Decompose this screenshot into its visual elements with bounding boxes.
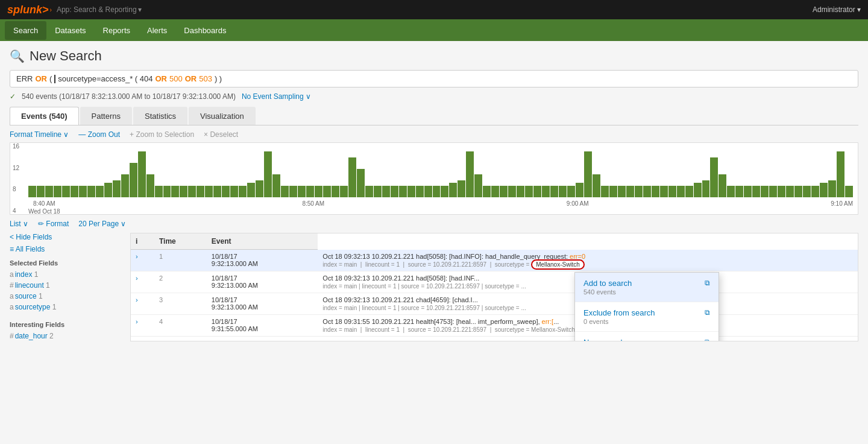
chart-bar — [272, 174, 280, 197]
status-text: 540 events (10/18/17 8:32:13.000 AM to 1… — [22, 92, 236, 101]
format-btn[interactable]: ✏ Format — [38, 220, 69, 228]
sampling-dropdown[interactable]: No Event Sampling ∨ — [242, 92, 311, 101]
expand-arrow[interactable]: › — [136, 296, 138, 303]
zoom-out-btn[interactable]: — Zoom Out — [78, 130, 120, 139]
menu-item-sub: 540 events — [583, 288, 705, 296]
expand-btn[interactable]: › — [131, 271, 154, 293]
sourcetype-value[interactable]: Mellanox-Switch — [531, 259, 585, 270]
chart-bar — [155, 186, 163, 197]
chart-bar — [382, 186, 390, 197]
nav-item-dashboards[interactable]: Dashboards — [175, 21, 234, 40]
zoom-selection-btn[interactable]: + Zoom to Selection — [130, 130, 194, 139]
context-menu-item-0[interactable]: Add to search 540 events ⧉ — [575, 273, 719, 302]
xaxis-label-3: 9:00 AM — [567, 200, 589, 215]
chart-bar — [803, 186, 811, 197]
chart-bar — [374, 186, 382, 197]
field-name[interactable]: source — [15, 292, 37, 300]
splunk-logo: splunk> — [7, 4, 49, 16]
field-count: 1 — [39, 292, 43, 300]
results-table: i Time Event ›110/18/179:32:13.000 AMOct… — [130, 233, 858, 341]
expand-arrow[interactable]: › — [136, 318, 138, 325]
chart-bar — [264, 151, 272, 197]
field-name[interactable]: sourcetype — [15, 303, 51, 311]
table-row: ›410/18/179:31:55.000 AMOct 18 09:31:55 … — [131, 314, 858, 336]
interesting-fields-title: Interesting Fields — [10, 321, 125, 328]
err-highlight: err=0 — [570, 253, 585, 260]
timeline-chart[interactable]: 16 12 8 4 8:40 AMWed Oct 182017 8:50 AM … — [10, 142, 858, 215]
chart-bar — [643, 186, 651, 197]
context-menu-item-2[interactable]: New search ⧉ — [575, 332, 719, 341]
per-page-dropdown[interactable]: 20 Per Page ∨ — [78, 220, 126, 228]
nav-item-reports[interactable]: Reports — [95, 21, 139, 40]
tab-visualization[interactable]: Visualization — [189, 107, 256, 125]
chart-bar — [54, 186, 61, 197]
field-type: a — [10, 292, 14, 300]
chart-bar — [500, 186, 508, 197]
field-name[interactable]: index — [15, 270, 33, 279]
chart-bar — [424, 186, 432, 197]
page-title: New Search — [30, 48, 102, 64]
expand-btn[interactable]: › — [131, 314, 154, 336]
chart-bar — [786, 186, 794, 197]
col-event: Event — [207, 233, 318, 250]
chart-bar — [188, 186, 196, 197]
hide-fields-btn[interactable]: < Hide Fields — [10, 233, 125, 241]
sidebar-field-source[interactable]: asource 1 — [10, 291, 125, 302]
tab-patterns[interactable]: Patterns — [80, 107, 132, 125]
chart-bar — [197, 186, 204, 197]
external-link-icon[interactable]: ⧉ — [705, 279, 710, 287]
chart-bar — [794, 186, 802, 197]
chart-bar — [79, 186, 87, 197]
nav-item-search[interactable]: Search — [5, 21, 46, 40]
chart-bar — [837, 151, 844, 197]
field-name[interactable]: linecount — [15, 281, 44, 290]
field-type: a — [10, 270, 14, 279]
chart-bar — [820, 183, 828, 197]
app-chevron[interactable]: ▾ — [138, 5, 142, 14]
field-count: 1 — [46, 281, 50, 290]
tab-statistics[interactable]: Statistics — [133, 107, 187, 125]
nav-item-alerts[interactable]: Alerts — [139, 21, 175, 40]
chart-bar — [752, 186, 760, 197]
query-token-503: 503 — [199, 74, 212, 83]
row-number: 4 — [154, 314, 207, 336]
context-menu-item-1[interactable]: Exclude from search 0 events ⧉ — [575, 302, 719, 332]
chart-bar — [677, 186, 685, 197]
chart-bar — [256, 180, 263, 198]
tab-events[interactable]: Events (540) — [10, 107, 79, 125]
query-token-or2: OR — [155, 74, 167, 83]
admin-menu[interactable]: Administrator ▾ — [813, 5, 861, 14]
event-meta: index = main | linecount = 1 | source = … — [322, 261, 853, 268]
chart-bar — [685, 186, 693, 197]
sidebar: < Hide Fields ≡ All Fields Selected Fiel… — [10, 233, 130, 341]
list-dropdown[interactable]: List ∨ — [10, 220, 28, 228]
expand-btn[interactable]: › — [131, 250, 154, 271]
table-row: ›310/18/179:32:13.000 AMOct 18 09:32:13 … — [131, 293, 858, 314]
menu-item-label: New search — [583, 338, 705, 341]
chart-bar — [525, 186, 533, 197]
time-cell: 10/18/179:32:13.000 AM — [207, 250, 318, 271]
field-name[interactable]: date_hour — [15, 332, 48, 340]
external-link-icon[interactable]: ⧉ — [705, 308, 710, 317]
sidebar-interesting-field-date_hour[interactable]: #date_hour 2 — [10, 331, 125, 341]
deselect-btn[interactable]: × Deselect — [204, 130, 238, 139]
chart-bar — [635, 186, 643, 197]
chart-bar — [618, 186, 626, 197]
row-num-label: 1 — [159, 253, 163, 260]
external-link-icon[interactable]: ⧉ — [705, 338, 710, 341]
logo-chevron[interactable]: › — [50, 7, 52, 13]
chart-bar — [458, 180, 465, 198]
search-input-box[interactable]: ERR OR ( sourcetype=access_* ( 404 OR 50… — [10, 70, 858, 87]
format-timeline-btn[interactable]: Format Timeline ∨ — [10, 130, 69, 139]
expand-arrow[interactable]: › — [136, 274, 138, 282]
nav-item-datasets[interactable]: Datasets — [46, 21, 94, 40]
selected-fields-list: aindex 1#linecount 1asource 1asourcetype… — [10, 269, 125, 312]
sidebar-field-linecount[interactable]: #linecount 1 — [10, 280, 125, 291]
expand-arrow[interactable]: › — [136, 253, 138, 260]
sidebar-field-sourcetype[interactable]: asourcetype 1 — [10, 302, 125, 312]
all-fields-btn[interactable]: ≡ All Fields — [10, 245, 125, 253]
chart-bar — [281, 186, 289, 197]
chart-bar — [130, 163, 137, 197]
expand-btn[interactable]: › — [131, 293, 154, 314]
sidebar-field-index[interactable]: aindex 1 — [10, 269, 125, 280]
